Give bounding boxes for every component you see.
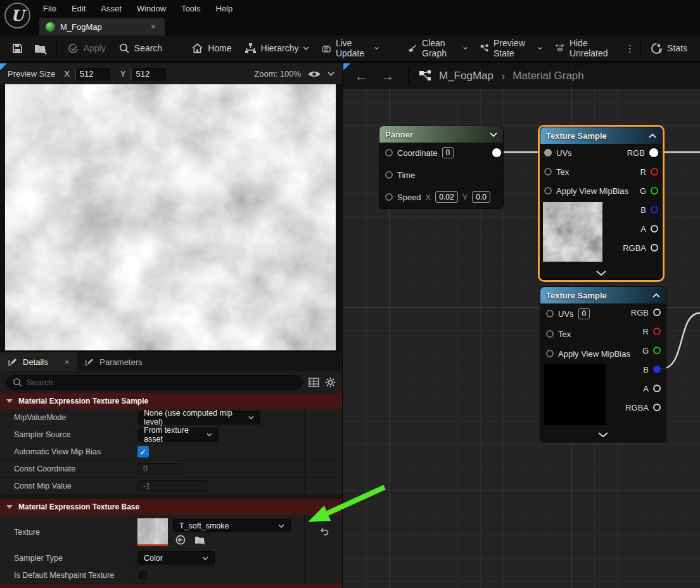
output-pin-rgb[interactable] — [653, 309, 661, 316]
input-pin-apply-view-mipbias[interactable] — [544, 187, 552, 195]
stats-button[interactable]: Stats — [644, 35, 694, 61]
texture-sample-node-header[interactable]: Texture Sample — [540, 287, 666, 304]
menu-window[interactable]: Window — [129, 0, 174, 18]
apply-button[interactable]: Apply — [61, 35, 112, 61]
nav-forward-arrow-icon[interactable]: → — [378, 69, 398, 84]
preview-state-button[interactable]: Preview State — [474, 35, 549, 61]
pin-label: A — [640, 224, 646, 234]
tab-parameters[interactable]: Parameters — [77, 352, 150, 371]
row-is-default-meshpaint: Is Default Meshpaint Texture — [0, 567, 342, 584]
output-pin-g[interactable] — [653, 347, 661, 354]
unreal-logo: U — [4, 3, 30, 29]
reset-to-default-icon[interactable] — [319, 527, 329, 537]
menu-file[interactable]: File — [35, 0, 64, 18]
breadcrumb-root[interactable]: M_FogMap — [439, 70, 493, 82]
input-pin-uvs[interactable] — [546, 310, 554, 317]
output-pin-rgba[interactable] — [653, 404, 661, 411]
input-pin-tex[interactable] — [544, 168, 552, 176]
node-texture-sample-1[interactable]: Texture Sample UVs Tex Apply View MipBia… — [540, 127, 663, 280]
display-filter-grid-icon[interactable] — [309, 378, 319, 387]
home-button[interactable]: Home — [185, 35, 238, 61]
chevron-down-icon[interactable] — [596, 271, 606, 276]
chevron-down-icon[interactable] — [598, 432, 608, 437]
output-pin-r[interactable] — [653, 328, 661, 335]
section-texture-sample-header[interactable]: Material Expression Texture Sample — [0, 393, 342, 409]
mip-value-mode-dropdown[interactable]: None (use computed mip level) — [137, 411, 260, 425]
menu-help[interactable]: Help — [208, 0, 240, 18]
output-pin-a[interactable] — [651, 225, 658, 233]
const-mip-value-input[interactable] — [137, 480, 208, 492]
node-texture-sample-2[interactable]: Texture Sample UVs0 Tex Apply View MipBi… — [540, 286, 666, 442]
property-label: Is Default Meshpaint Texture — [0, 567, 129, 584]
material-graph-canvas[interactable]: ← → M_FogMap › Material Graph Panner Coo… — [343, 63, 700, 588]
details-tab-close-icon[interactable]: × — [65, 357, 70, 367]
wire-blue-channel-output[interactable] — [661, 313, 700, 369]
output-pin-rgb[interactable] — [649, 148, 658, 157]
speed-x-value-box[interactable]: 0.02 — [435, 191, 457, 203]
browse-to-asset-button[interactable] — [29, 35, 53, 61]
section-texture-base-header[interactable]: Material Expression Texture Base — [0, 499, 342, 515]
const-coordinate-input[interactable] — [137, 463, 183, 475]
tab-details[interactable]: Details × — [0, 352, 77, 371]
material-preview-viewport[interactable] — [0, 84, 342, 350]
chevron-up-icon[interactable] — [649, 134, 656, 138]
search-button[interactable]: Search — [112, 35, 169, 61]
preview-x-input[interactable] — [75, 68, 110, 80]
row-reset-column — [304, 567, 342, 584]
preview-y-input[interactable] — [130, 68, 166, 80]
sampler-type-dropdown[interactable]: Color — [137, 551, 215, 565]
tab-m-fogmap[interactable]: M_FogMap × — [39, 18, 165, 35]
output-pin-r[interactable] — [651, 168, 658, 176]
menu-edit[interactable]: Edit — [64, 0, 93, 18]
panner-node-header[interactable]: Panner — [379, 126, 503, 143]
search-icon — [118, 42, 130, 54]
eye-visibility-icon[interactable] — [307, 70, 321, 79]
input-pin-speed[interactable] — [385, 193, 393, 201]
coordinate-value-box[interactable]: 0 — [442, 147, 454, 158]
output-pin-b[interactable] — [653, 366, 661, 373]
hierarchy-button[interactable]: Hierarchy — [238, 35, 316, 61]
settings-gear-icon[interactable] — [325, 377, 336, 388]
more-options-kebab-icon[interactable]: ⋮ — [620, 42, 640, 54]
chevron-down-icon[interactable] — [328, 72, 334, 76]
nav-back-arrow-icon[interactable]: ← — [351, 69, 371, 84]
output-pin-b[interactable] — [651, 206, 658, 214]
clean-graph-button[interactable]: Clean Graph — [402, 35, 474, 61]
menu-tools[interactable]: Tools — [174, 0, 208, 18]
texture-asset-dropdown[interactable]: T_soft_smoke — [173, 519, 291, 532]
input-pin-coordinate[interactable] — [385, 149, 393, 157]
hide-unrelated-eye-icon — [555, 42, 565, 54]
input-pin-time[interactable] — [385, 171, 393, 179]
save-button[interactable] — [6, 35, 29, 61]
menu-asset[interactable]: Asset — [93, 0, 129, 18]
texture-sample-node-header[interactable]: Texture Sample — [540, 127, 662, 144]
use-selected-asset-icon[interactable] — [175, 535, 186, 545]
node-panner[interactable]: Panner Coordinate 0 Time Speed X 0.02 Y … — [379, 125, 504, 209]
input-pin-uvs[interactable] — [544, 149, 552, 157]
speed-y-value-box[interactable]: 0.0 — [472, 191, 490, 203]
row-const-mip-value: Const Mip Value — [0, 478, 342, 495]
output-pin-g[interactable] — [651, 187, 658, 195]
uvs-value-box[interactable]: 0 — [578, 308, 590, 319]
breadcrumb-current[interactable]: Material Graph — [512, 70, 583, 82]
preview-details-panel: Preview Size X Y Zoom: 100% Details × Pa… — [0, 63, 342, 588]
chevron-down-icon[interactable] — [490, 132, 497, 137]
live-update-button[interactable]: Live Update — [315, 35, 385, 61]
input-pin-apply-view-mipbias[interactable] — [546, 350, 554, 357]
details-search-box[interactable] — [6, 375, 303, 390]
output-pin-a[interactable] — [653, 385, 661, 392]
tab-close-icon[interactable]: × — [148, 22, 158, 32]
output-pin-rgba[interactable] — [651, 244, 658, 252]
output-pin-result[interactable] — [492, 148, 501, 157]
chevron-up-icon[interactable] — [652, 293, 660, 298]
panel-focus-corner — [0, 63, 7, 70]
hide-unrelated-button[interactable]: Hide Unrelated — [549, 35, 620, 61]
input-pin-tex[interactable] — [546, 330, 554, 338]
browse-to-asset-folder-icon[interactable] — [194, 535, 206, 545]
automatic-view-mip-bias-checkbox[interactable]: ✓ — [137, 446, 149, 457]
sampler-source-dropdown[interactable]: From texture asset — [137, 428, 219, 442]
details-search-input[interactable] — [27, 378, 296, 387]
section-next-header-partial[interactable] — [0, 584, 342, 588]
texture-asset-thumbnail[interactable] — [137, 518, 168, 546]
is-default-meshpaint-checkbox[interactable] — [137, 570, 149, 581]
